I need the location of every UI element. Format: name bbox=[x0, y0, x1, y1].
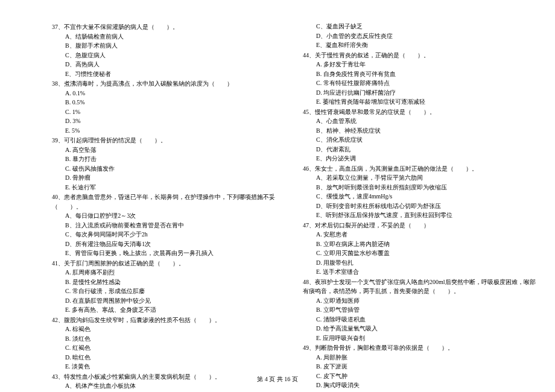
q44-stem: 44、关于慢性胃炎的叙述，正确的是（ ）。 bbox=[303, 51, 537, 60]
q40-opt-a: A、每日做口腔护理2～3次 bbox=[52, 211, 286, 221]
q41-opt-e: E. 多有高热、寒战、全身疲乏不适 bbox=[52, 305, 286, 315]
q44-opt-b: B. 自身免疫性胃炎可伴有贫血 bbox=[303, 69, 537, 79]
q46-opt-e: E、听到舒张压后保持放气速度，直到汞柱回到零位 bbox=[303, 210, 537, 220]
q46-opt-b: B、放气时听到最强音时汞柱所指刻度即为收缩压 bbox=[303, 183, 537, 192]
q45-opt-e: E、内分泌失调 bbox=[303, 154, 537, 163]
q39-opt-d: D. 骨肿瘤 bbox=[52, 173, 286, 183]
q38-opt-a: A. 0.1% bbox=[52, 89, 286, 98]
q42-stem: 42、腹股沟斜疝发生绞窄时，疝囊渗液的性质不包括（ ）。 bbox=[52, 315, 286, 325]
q40-opt-c: C、每次鼻饲间隔时间不少于2h bbox=[52, 230, 286, 239]
q42-opt-c: C. 红褐色 bbox=[52, 343, 286, 353]
q48-stem: 48、夜班护士发现一个支气管扩张症病人咯血约200ml后突然中断，呼吸极度困难，… bbox=[303, 277, 537, 296]
q41-opt-b: B. 是慢性化脓性感染 bbox=[52, 277, 286, 287]
q39-stem: 39、可引起病理性骨折的情况是（ ）。 bbox=[52, 136, 286, 145]
q47-opt-b: B. 立即在病床上将内脏还纳 bbox=[303, 239, 537, 249]
q46-opt-a: A、若采取立位测量，手臂应平第六肋间 bbox=[303, 173, 537, 183]
q47-opt-a: A. 安慰患者 bbox=[303, 230, 537, 239]
q47-opt-c: C. 立即用灭菌盐水纱布覆盖 bbox=[303, 248, 537, 258]
q48-opt-b: B. 立即气管插管 bbox=[303, 305, 537, 315]
q44-opt-c: C. 常有特征性腹部疼痛特点 bbox=[303, 78, 537, 88]
q39-opt-b: B. 暴力打击 bbox=[52, 154, 286, 164]
q37-opt-d: D、高热病人 bbox=[52, 60, 286, 69]
q48-opt-c: C. 清除呼吸道积血 bbox=[303, 315, 537, 324]
q37-opt-c: C、急腹症病人 bbox=[52, 51, 286, 60]
left-column: 37、不宜作大量不保留灌肠的病人是（ ）。 A、结肠镜检查前病人 B、腹部手术前… bbox=[52, 22, 286, 392]
q47-opt-e: E. 送手术室缝合 bbox=[303, 267, 537, 277]
q38-opt-e: E. 5% bbox=[52, 126, 286, 136]
page-footer: 第 4 页 共 16 页 bbox=[0, 375, 555, 384]
q40-opt-d: D、所有灌注物品应每天消毒1次 bbox=[52, 239, 286, 249]
q40-opt-e: E、胃管应每日更换，晚上拔出，次晨再由另一鼻孔插入 bbox=[52, 248, 286, 258]
q45-stem: 45、慢性肾衰竭最早和最常见的症状是（ ）。 bbox=[303, 107, 537, 117]
q46-opt-d: D、听到变音时汞柱所标线电话心切即为舒张压 bbox=[303, 201, 537, 211]
q46-stem: 46、朱女士，高血压病，为其测量血压时正确的做法是（ ）。 bbox=[303, 164, 537, 174]
q38-opt-c: C. 1% bbox=[52, 107, 286, 117]
q49-stem: 49、判断肋骨骨折，胸部检查最可靠的依据是（ ）。 bbox=[303, 343, 537, 353]
q46-opt-c: C、缓慢放气，速度4mmHg/s bbox=[303, 192, 537, 201]
q38-opt-b: B. 0.5% bbox=[52, 98, 286, 107]
q40-opt-b: B、注入流质或药物前要检查胃管是否在胃中 bbox=[52, 221, 286, 230]
q38-stem: 38、煮沸消毒时，为提高沸点，水中加入碳酸氢钠的浓度为（ ） bbox=[52, 79, 286, 89]
q43-opt-e: E、凝血和纤溶失衡 bbox=[303, 40, 537, 50]
q47-opt-d: D. 用腹带包扎 bbox=[303, 258, 537, 268]
q41-opt-d: D. 在直肠肛管周围脓肿中较少见 bbox=[52, 296, 286, 306]
q49-opt-a: A. 局部肿胀 bbox=[303, 353, 537, 362]
q48-opt-d: D. 给予高流量氧气吸入 bbox=[303, 324, 537, 334]
q41-opt-c: C. 常自行破溃，形成低位肛瘘 bbox=[52, 286, 286, 296]
q37-opt-a: A、结肠镜检查前病人 bbox=[52, 32, 286, 42]
page-content: 37、不宜作大量不保留灌肠的病人是（ ）。 A、结肠镜检查前病人 B、腹部手术前… bbox=[0, 0, 555, 392]
q37-stem: 37、不宜作大量不保留灌肠的病人是（ ）。 bbox=[52, 22, 286, 32]
right-column: C、凝血因子缺乏 D、小血管的变态反应性炎症 E、凝血和纤溶失衡 44、关于慢性… bbox=[303, 22, 537, 392]
q37-opt-e: E、习惯性便秘者 bbox=[52, 69, 286, 79]
q44-opt-d: D. 均应进行抗幽门螺杆菌治疗 bbox=[303, 88, 537, 98]
q40-stem: 40、患者患脑血管意外，昏迷已半年，长期鼻饲，在护理操作中，下列哪项措施不妥（ … bbox=[52, 192, 286, 211]
q41-opt-a: A. 肛周疼痛不剧烈 bbox=[52, 268, 286, 277]
q38-opt-d: D. 3% bbox=[52, 116, 286, 126]
q43-opt-d: D、小血管的变态反应性炎症 bbox=[303, 31, 537, 41]
q37-opt-b: B、腹部手术前病人 bbox=[52, 41, 286, 51]
q44-opt-e: E. 萎缩性胃炎随年龄增加症状可逐渐减轻 bbox=[303, 97, 537, 107]
q48-opt-e: E. 应用呼吸兴奋剂 bbox=[303, 334, 537, 343]
q43-opt-c: C、凝血因子缺乏 bbox=[303, 22, 537, 31]
q41-stem: 41、关于肛门周围脓肿的叙述正确的是（ ）。 bbox=[52, 259, 286, 268]
q42-opt-a: A. 棕褐色 bbox=[52, 324, 286, 334]
q39-opt-a: A. 高空坠落 bbox=[52, 145, 286, 155]
q42-opt-d: D. 暗红色 bbox=[52, 353, 286, 362]
q39-opt-e: E. 长途行军 bbox=[52, 183, 286, 192]
q45-opt-c: C、消化系统症状 bbox=[303, 135, 537, 145]
q42-opt-e: E. 淡黄色 bbox=[52, 362, 286, 371]
q45-opt-a: A、心血管系统 bbox=[303, 116, 537, 126]
q45-opt-d: D、代谢紊乱 bbox=[303, 145, 537, 154]
q49-opt-b: B. 皮下淤斑 bbox=[303, 362, 537, 371]
q42-opt-b: B. 淡红色 bbox=[52, 334, 286, 344]
q45-opt-b: B、精神、神经系统症状 bbox=[303, 126, 537, 136]
q48-opt-a: A. 立即通知医师 bbox=[303, 296, 537, 306]
q39-opt-c: C. 破伤风抽搐发作 bbox=[52, 164, 286, 174]
q44-opt-a: A. 多好发于青壮年 bbox=[303, 60, 537, 69]
q47-stem: 47、对术后切口裂开的处理，不妥的是（ ） bbox=[303, 221, 537, 230]
